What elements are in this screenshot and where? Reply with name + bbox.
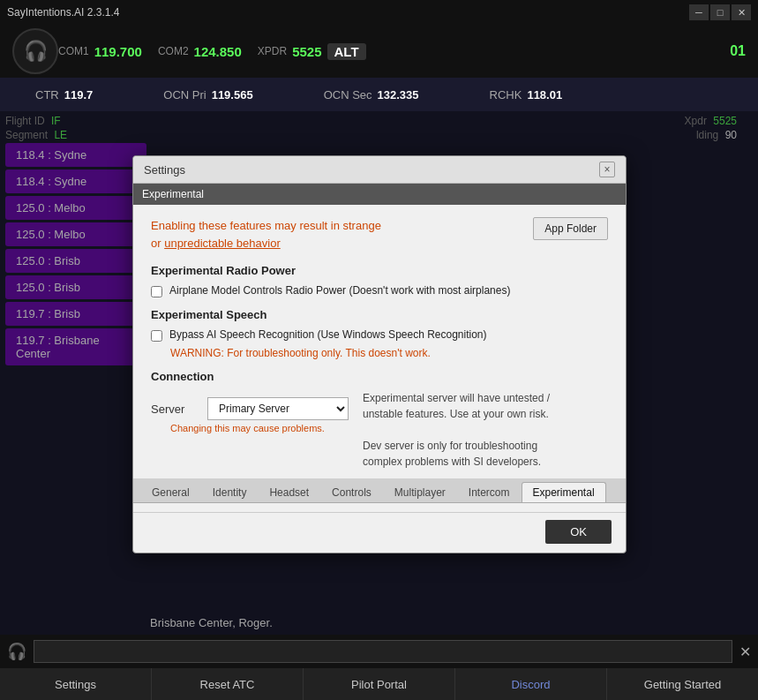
- ocn-pri-label: OCN Pri: [163, 88, 206, 102]
- window-controls: ─ □ ✕: [689, 4, 751, 20]
- experimental-section-header: Experimental: [133, 184, 626, 205]
- app-title: SayIntentions.AI 2.3.1.4: [7, 6, 119, 19]
- dialog-tab-bar: General Identity Headset Controls Multip…: [133, 478, 626, 503]
- transcript-area: 🎧 ✕: [0, 635, 758, 668]
- bottom-bar: Settings Reset ATC Pilot Portal Discord …: [0, 668, 758, 700]
- ctr-freq: CTR 119.7: [18, 88, 110, 102]
- headset-icon: 🎧: [7, 642, 26, 661]
- com2-label: COM2: [158, 45, 189, 57]
- ocn-sec-value: 132.335: [378, 88, 419, 102]
- exp-radio-section: Experimental Radio Power Airplane Model …: [151, 264, 608, 297]
- main-area: Flight ID IF Segment LE Xpdr 5525 lding …: [0, 111, 758, 635]
- rchk-label: RCHK: [490, 88, 522, 102]
- tab-identity[interactable]: Identity: [201, 482, 259, 502]
- ctr-value: 119.7: [64, 88, 94, 102]
- dialog-title: Settings: [144, 163, 185, 177]
- ocn-pri-value: 119.565: [212, 88, 253, 102]
- app-title-area: SayIntentions.AI 2.3.1.4: [7, 6, 119, 19]
- exp-radio-checkbox-label: Airplane Model Controls Radio Power (Doe…: [169, 284, 510, 297]
- xpdr-section: XPDR 5525 ALT: [258, 43, 366, 60]
- getting-started-button[interactable]: Getting Started: [607, 668, 758, 700]
- dialog-close-button[interactable]: ×: [599, 162, 615, 177]
- tab-experimental[interactable]: Experimental: [522, 482, 606, 502]
- tab-general[interactable]: General: [140, 482, 201, 502]
- dialog-header: Settings ×: [133, 156, 626, 184]
- server-label: Server: [151, 403, 195, 416]
- tab-headset[interactable]: Headset: [258, 482, 320, 502]
- dialog-overlay: Settings × Experimental Enabling these f…: [0, 111, 758, 635]
- minimize-button[interactable]: ─: [689, 4, 709, 20]
- unpredictable-link[interactable]: unpredictable behavior: [164, 237, 281, 250]
- exp-radio-checkbox[interactable]: [151, 286, 162, 297]
- settings-button[interactable]: Settings: [0, 668, 152, 700]
- com1-item: COM1 119.700: [58, 44, 142, 59]
- com2-value: 124.850: [194, 44, 242, 59]
- ocn-sec-freq: OCN Sec 132.335: [306, 88, 437, 102]
- exp-radio-checkbox-row: Airplane Model Controls Radio Power (Doe…: [151, 284, 608, 297]
- dialog-footer: OK: [133, 512, 626, 553]
- app-folder-button[interactable]: App Folder: [533, 217, 608, 240]
- conn-info: Experimental server will have untested /…: [363, 390, 608, 470]
- exp-speech-checkbox[interactable]: [151, 330, 162, 342]
- changing-note: Changing this may cause problems.: [170, 423, 349, 433]
- com1-label: COM1: [58, 45, 89, 57]
- com1-value: 119.700: [94, 44, 142, 59]
- title-bar: SayIntentions.AI 2.3.1.4 ─ □ ✕: [0, 0, 758, 25]
- close-button[interactable]: ✕: [732, 4, 751, 20]
- exp-radio-title: Experimental Radio Power: [151, 264, 608, 277]
- radio-items: COM1 119.700 COM2 124.850 XPDR 5525 ALT: [58, 43, 366, 60]
- discord-button[interactable]: Discord: [455, 668, 607, 700]
- ocn-pri-freq: OCN Pri 119.565: [146, 88, 270, 102]
- ocn-sec-label: OCN Sec: [324, 88, 372, 102]
- server-row: Server Primary Server: [151, 397, 349, 420]
- status-bar: 🎧 COM1 119.700 COM2 124.850 XPDR 5525 AL…: [0, 25, 758, 78]
- rchk-value: 118.01: [527, 88, 562, 102]
- server-select[interactable]: Primary Server: [207, 397, 349, 420]
- pilot-portal-button[interactable]: Pilot Portal: [304, 668, 455, 700]
- tab-controls[interactable]: Controls: [320, 482, 383, 502]
- ctr-label: CTR: [35, 88, 59, 102]
- connection-title: Connection: [151, 370, 608, 383]
- headphone-icon: 🎧: [24, 40, 48, 63]
- logo: 🎧: [12, 28, 58, 74]
- maximize-button[interactable]: □: [710, 4, 730, 20]
- connection-section: Connection Server Primary Server Changin…: [151, 370, 608, 470]
- ok-button[interactable]: OK: [545, 520, 612, 544]
- exp-speech-checkbox-label: Bypass AI Speech Recognition (Use Window…: [169, 328, 487, 341]
- warning-text: Enabling these features may result in st…: [151, 217, 381, 252]
- transcript-input[interactable]: [34, 640, 732, 663]
- rchk-freq: RCHK 118.01: [472, 88, 581, 102]
- freq-bar: CTR 119.7 OCN Pri 119.565 OCN Sec 132.33…: [0, 78, 758, 111]
- exp-speech-section: Experimental Speech Bypass AI Speech Rec…: [151, 308, 608, 359]
- xpdr-value: 5525: [292, 44, 321, 59]
- exp-speech-warning: WARNING: For troubleshooting only. This …: [170, 347, 608, 359]
- settings-dialog: Settings × Experimental Enabling these f…: [132, 155, 627, 553]
- tab-intercom[interactable]: Intercom: [457, 482, 522, 502]
- dialog-body: Experimental Enabling these features may…: [133, 184, 626, 478]
- tab-multiplayer[interactable]: Multiplayer: [383, 482, 457, 502]
- com2-item: COM2 124.850: [158, 44, 242, 59]
- alt-value: ALT: [327, 43, 366, 60]
- transcript-close-button[interactable]: ✕: [739, 644, 751, 660]
- status-number: 01: [730, 43, 746, 59]
- exp-speech-checkbox-row: Bypass AI Speech Recognition (Use Window…: [151, 328, 608, 342]
- exp-speech-title: Experimental Speech: [151, 308, 608, 321]
- reset-atc-button[interactable]: Reset ATC: [152, 668, 304, 700]
- xpdr-label: XPDR: [258, 45, 287, 57]
